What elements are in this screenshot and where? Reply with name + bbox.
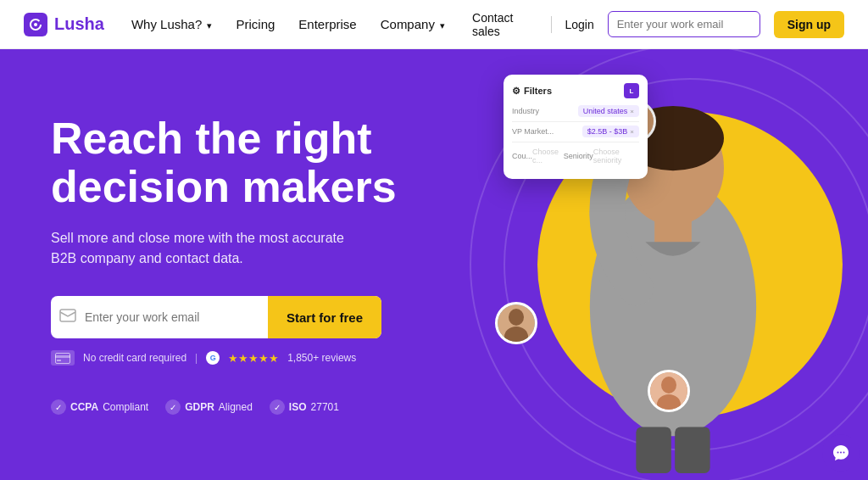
hero-section: Reach the right decision makers Sell mor… [0, 49, 868, 480]
credit-card-icon [51, 350, 75, 366]
logo-text: Lusha [54, 14, 104, 34]
svg-point-19 [661, 377, 676, 393]
google-g-icon: G [206, 351, 220, 365]
hero-title: Reach the right decision makers [51, 114, 415, 211]
navbar: Lusha Why Lusha? ▾ Pricing Enterprise Co… [0, 0, 868, 49]
svg-point-0 [34, 23, 37, 26]
check-icon: ✓ [51, 399, 66, 415]
filter-card: ⚙ Filters L Industry United states × VP … [504, 75, 648, 179]
avatar-bottom [648, 370, 690, 412]
contact-sales-link[interactable]: Contact sales [472, 11, 537, 38]
hero-subtitle: Sell more and close more with the most a… [51, 228, 356, 269]
industry-tag[interactable]: United states × [578, 105, 639, 117]
check-icon: ✓ [165, 399, 181, 415]
avatar-face [650, 372, 687, 410]
start-free-button[interactable]: Start for free [268, 296, 381, 338]
gdpr-badge: ✓ GDPR Aligned [165, 399, 253, 415]
country-label: Cou... [512, 152, 532, 160]
reviews-count: 1,850+ reviews [287, 352, 356, 364]
nav-enterprise[interactable]: Enterprise [298, 17, 356, 31]
filter-title: ⚙ Filters [512, 86, 552, 97]
star-rating: ★★★★★ [228, 352, 279, 365]
filter-row-country: Cou... Choose c... Seniority Choose seni… [512, 146, 639, 166]
vp-tag[interactable]: $2.5B - $3B × [582, 126, 639, 137]
svg-rect-4 [57, 360, 61, 361]
seniority-placeholder: Choose seniority [593, 146, 639, 166]
svg-rect-11 [675, 427, 709, 473]
avatar-face [498, 304, 535, 342]
nav-why-lusha[interactable]: Why Lusha? ▾ [131, 17, 213, 31]
hero-email-form: Start for free [51, 296, 381, 338]
ccpa-badge: ✓ CCPA Compliant [51, 399, 148, 415]
filter-row-industry: Industry United states × [512, 105, 639, 117]
svg-point-22 [840, 452, 842, 454]
logo-icon [24, 13, 47, 36]
hero-left: Reach the right decision makers Sell mor… [0, 114, 415, 415]
seniority-label: Seniority [564, 152, 593, 160]
chevron-down-icon: ▾ [440, 20, 445, 31]
svg-rect-10 [636, 427, 670, 473]
filter-card-header: ⚙ Filters L [512, 83, 639, 98]
chevron-down-icon: ▾ [207, 20, 212, 31]
svg-rect-1 [60, 310, 75, 321]
svg-point-23 [843, 452, 845, 454]
hero-badges: ✓ CCPA Compliant ✓ GDPR Aligned ✓ ISO 27… [51, 399, 415, 415]
logo[interactable]: Lusha [24, 13, 104, 36]
chat-bubble-button[interactable] [822, 434, 860, 472]
country-placeholder: Choose c... [532, 146, 564, 166]
filter-row-vp: VP Market... $2.5B - $3B × [512, 126, 639, 137]
lusha-filter-logo: L [624, 83, 639, 98]
nav-right: Contact sales Login Sign up [472, 11, 844, 38]
login-button[interactable]: Login [565, 18, 593, 31]
remove-tag-icon[interactable]: × [630, 128, 634, 136]
nav-company[interactable]: Company ▾ [381, 17, 445, 31]
trust-divider: | [195, 352, 198, 364]
email-icon [51, 309, 85, 327]
filter-sliders-icon: ⚙ [512, 86, 520, 97]
nav-pricing[interactable]: Pricing [236, 17, 275, 31]
industry-label: Industry [512, 107, 539, 115]
svg-rect-3 [55, 355, 70, 358]
avatar-mid [495, 302, 537, 344]
remove-tag-icon[interactable]: × [630, 108, 634, 115]
filter-label-text: Filters [524, 86, 552, 96]
nav-email-input[interactable] [608, 11, 760, 37]
vp-label: VP Market... [512, 127, 554, 136]
hero-email-input[interactable] [85, 310, 268, 324]
nav-divider [551, 16, 552, 33]
check-icon: ✓ [270, 399, 285, 415]
iso-badge: ✓ ISO 27701 [270, 399, 339, 415]
no-cc-text: No credit card required [83, 352, 186, 364]
nav-links: Why Lusha? ▾ Pricing Enterprise Company … [131, 17, 445, 31]
svg-rect-2 [56, 353, 70, 363]
svg-point-16 [509, 309, 524, 326]
svg-point-21 [837, 452, 839, 454]
hero-right: ⚙ Filters L Industry United states × VP … [376, 49, 868, 480]
hero-trust-bar: No credit card required | G ★★★★★ 1,850+… [51, 350, 415, 366]
signup-button[interactable]: Sign up [774, 11, 844, 38]
